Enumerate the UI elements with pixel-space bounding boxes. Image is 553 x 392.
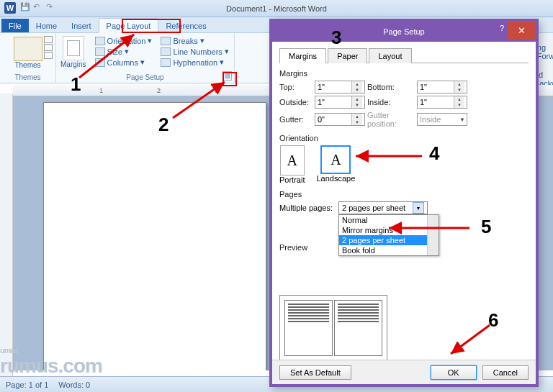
themes-icon[interactable] [14, 37, 42, 61]
label-top: Top: [279, 83, 313, 91]
group-page-setup: Margins Orientation ▾ Size ▾ Columns ▾ B… [56, 33, 235, 83]
tab-insert[interactable]: Insert [64, 19, 99, 32]
input-outside[interactable]: ▲▼ [315, 96, 365, 109]
orientation-icon [95, 37, 105, 45]
label-gutter: Gutter: [279, 115, 313, 124]
multiple-pages-dropdown: Normal Mirror margins 2 pages per sheet … [338, 214, 439, 256]
theme-effects-icon[interactable] [44, 52, 53, 59]
input-top[interactable]: ▲▼ [315, 81, 365, 94]
theme-colors-icon[interactable] [44, 36, 53, 43]
breaks-button[interactable]: Breaks ▾ [161, 36, 228, 45]
label-inside: Inside: [367, 98, 415, 106]
ok-button[interactable]: OK [431, 365, 477, 380]
columns-button[interactable]: Columns ▾ [95, 58, 153, 67]
option-bookfold[interactable]: Book fold [339, 245, 439, 255]
line-numbers-icon [161, 47, 171, 56]
label-multiple-pages: Multiple pages: [279, 204, 333, 212]
select-multiple-pages[interactable]: 2 pages per sheet▼ [338, 201, 428, 214]
set-as-default-button[interactable]: Set As Default [279, 365, 351, 380]
page-setup-dialog: Page Setup ? ✕ Margins Paper Layout Marg… [269, 19, 539, 387]
dlg-tab-paper[interactable]: Paper [328, 48, 367, 63]
document-page[interactable] [43, 102, 266, 370]
input-gutter[interactable]: ▲▼ [315, 113, 365, 126]
section-pages: Pages [279, 190, 529, 199]
status-page[interactable]: Page: 1 of 1 [6, 380, 48, 389]
status-words[interactable]: Words: 0 [58, 380, 90, 389]
section-margins: Margins [279, 69, 529, 78]
label-outside: Outside: [279, 98, 313, 106]
label-gutter-pos: Gutter position: [367, 111, 415, 128]
label-bottom: Bottom: [367, 83, 415, 91]
group-label-setup: Page Setup [60, 73, 230, 83]
orientation-button[interactable]: Orientation ▾ [95, 36, 153, 45]
dlg-tab-margins[interactable]: Margins [279, 48, 326, 63]
option-2pages[interactable]: 2 pages per sheet [339, 235, 439, 245]
margins-label: Margins [60, 60, 86, 68]
option-mirror[interactable]: Mirror margins [339, 225, 439, 235]
tab-references[interactable]: References [158, 19, 213, 32]
document-title: Document1 - Microsoft Word [226, 4, 327, 13]
input-inside[interactable]: ▲▼ [417, 96, 467, 109]
word-icon: W [4, 2, 16, 14]
orientation-landscape[interactable]: A Landscape [316, 145, 355, 184]
hyphenation-button[interactable]: Hyphenation ▾ [161, 58, 228, 67]
dialog-tabs: Margins Paper Layout [279, 47, 529, 63]
option-normal[interactable]: Normal [339, 215, 439, 225]
dlg-tab-layout[interactable]: Layout [369, 48, 411, 63]
help-icon[interactable]: ? [500, 24, 504, 32]
tab-file[interactable]: File [1, 19, 29, 32]
section-orientation: Orientation [279, 134, 529, 142]
input-bottom[interactable]: ▲▼ [417, 81, 467, 94]
orientation-portrait[interactable]: A Portrait [279, 145, 305, 184]
save-icon[interactable]: 💾 [20, 2, 30, 12]
theme-fonts-icon[interactable] [44, 44, 53, 51]
group-themes: Themes Themes [0, 33, 56, 83]
quick-access: 💾 ↶ ↷ [20, 2, 56, 12]
themes-button-label: Themes [14, 61, 40, 69]
tab-page-layout[interactable]: Page Layout [99, 18, 159, 33]
tab-home[interactable]: Home [29, 19, 64, 32]
vertical-ruler[interactable] [0, 94, 13, 381]
dialog-title: Page Setup [383, 27, 425, 36]
size-button[interactable]: Size ▾ [95, 47, 153, 56]
close-icon[interactable]: ✕ [507, 22, 536, 39]
dialog-titlebar[interactable]: Page Setup ? ✕ [272, 22, 536, 42]
group-label-themes: Themes [14, 73, 40, 83]
titlebar: W 💾 ↶ ↷ Document1 - Microsoft Word [0, 0, 553, 17]
page-setup-launcher[interactable]: ▨ [222, 71, 232, 81]
size-icon [95, 47, 105, 56]
margins-button[interactable] [63, 36, 84, 60]
select-gutter-pos: Inside▼ [417, 113, 467, 126]
line-numbers-button[interactable]: Line Numbers ▾ [161, 47, 228, 56]
cancel-button[interactable]: Cancel [482, 365, 529, 380]
breaks-icon [161, 37, 171, 45]
undo-icon[interactable]: ↶ [33, 2, 43, 12]
dropdown-scrollbar[interactable] [427, 215, 439, 255]
columns-icon [95, 58, 105, 67]
preview-box [279, 295, 387, 361]
redo-icon[interactable]: ↷ [46, 2, 56, 12]
hyphenation-icon [161, 58, 171, 67]
